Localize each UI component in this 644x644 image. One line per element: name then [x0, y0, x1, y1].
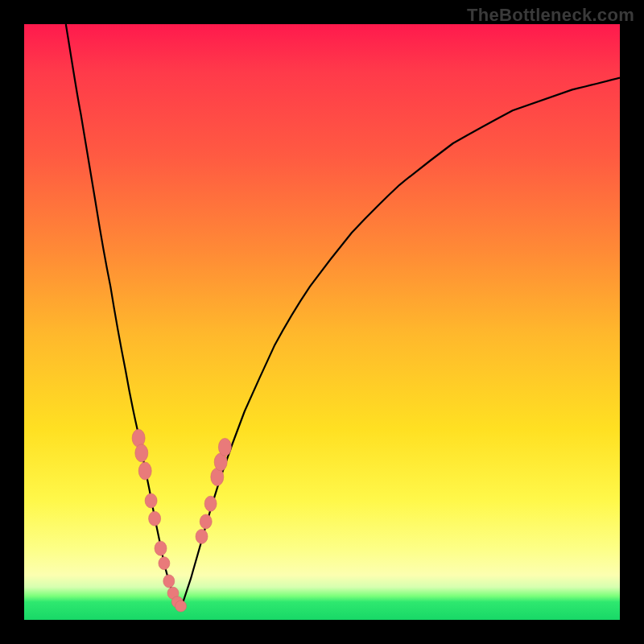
svg-point-12: [200, 514, 212, 529]
curve-layer: [24, 24, 620, 620]
svg-point-5: [155, 541, 167, 555]
svg-point-6: [159, 557, 170, 570]
svg-point-3: [145, 493, 157, 508]
right-arm-markers: [196, 438, 231, 543]
plot-area: [24, 24, 620, 620]
chart-frame: TheBottleneck.com: [0, 0, 644, 644]
svg-point-13: [204, 496, 217, 511]
svg-point-7: [163, 575, 175, 588]
svg-point-10: [175, 601, 187, 612]
svg-point-2: [138, 462, 151, 480]
left-arm-markers: [132, 429, 187, 612]
svg-point-11: [196, 529, 208, 543]
svg-point-4: [149, 511, 161, 526]
watermark-text: TheBottleneck.com: [467, 5, 634, 26]
svg-point-16: [218, 438, 231, 456]
svg-point-1: [135, 444, 148, 462]
